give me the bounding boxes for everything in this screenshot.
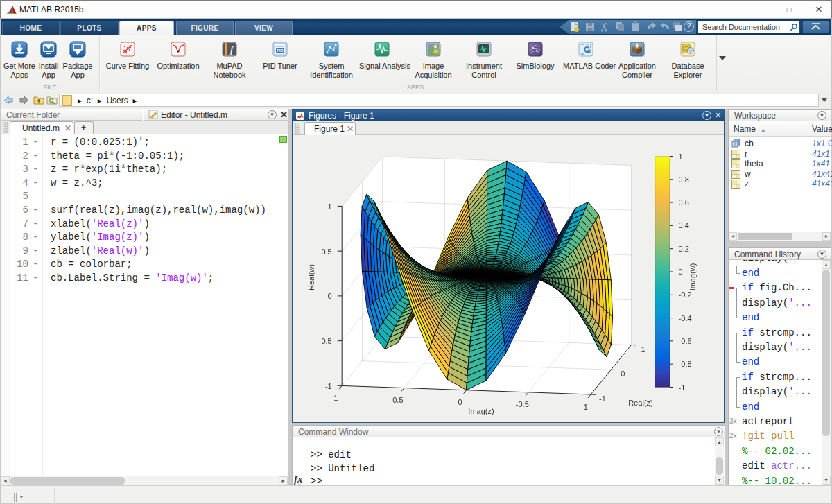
svg-text:C: C (584, 45, 590, 55)
svg-text:PID: PID (277, 49, 283, 53)
